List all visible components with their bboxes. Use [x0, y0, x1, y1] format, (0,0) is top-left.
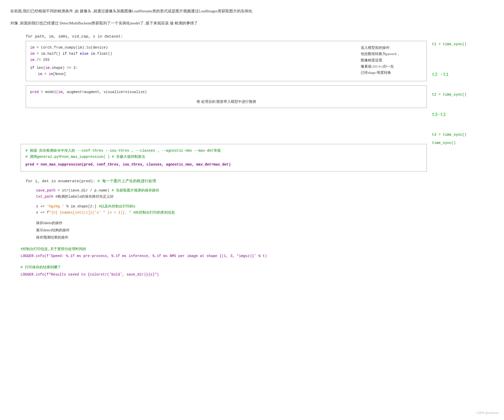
for-i-comment: # 每一个图片上产生的框进行处理	[98, 179, 156, 184]
for-i-container: for i, det in enumerate(pred): # 每一个图片上产…	[10, 179, 494, 184]
intro-line1: 在前面,我们已经根据不同的检测条件 ,如 摄像头 ,就通过摄像头加载图像Load…	[10, 8, 494, 15]
intro-paragraph: 在前面,我们已经根据不同的检测条件 ,如 摄像头 ,就通过摄像头加载图像Load…	[10, 8, 494, 27]
for-loop-line: for path, im, im0s, vid_cap, s in datase…	[10, 34, 427, 39]
s-line2: s += f"{n} {names[int(c)]}{'s' * (n > 1)…	[36, 210, 494, 216]
code-line-im2: im = im.half() if half else im.float()	[30, 51, 356, 57]
save-path-block: save_path = str(save_dir / p.name) # 先获取…	[10, 188, 494, 200]
timing-t2: t2 = time_sync()	[432, 93, 494, 97]
s-line1: s += '%gx%g ' % im.shape[2:] #以及向控制台打印的s	[36, 204, 494, 210]
watermark: CSDN @weeksoo	[476, 411, 499, 415]
logger-code: LOGGER.info(f'Speed: %.1f ms pre-process…	[21, 253, 494, 259]
s-block: s += '%gx%g ' % im.shape[2:] #以及向控制台打印的s…	[10, 204, 494, 216]
right-comment-4: 已经shape 维度转换	[361, 70, 422, 76]
box2-comment: 将 处理后的 图形带入模型中进行预测	[30, 99, 422, 104]
code-box-1: im = torch.from_numpy(im).to(device) im …	[26, 41, 427, 81]
code-box-2: pred = model(im, augment=augment, visual…	[26, 85, 427, 108]
op-line1: 保存labels的操作	[36, 220, 494, 227]
pred-model-line: pred = model(im, augment=augment, visual…	[30, 89, 422, 95]
timing-t1: t1 = time_sync()	[432, 42, 494, 46]
logger-comment: #控制台打印信息,关于更部分处理时间的	[21, 246, 494, 252]
print-section: # 打印保存的结果到哪了 LOGGER.info(f"Results saved…	[10, 264, 494, 278]
nms-comment1: # 根据 你在检测命令中传入的 --conf-thres --iou-thres…	[25, 148, 422, 154]
code-line-im3: im /= 255	[30, 57, 356, 63]
op-line3: 保存预测结果的操作	[36, 234, 494, 241]
timing-t3: t3 = time_sync()	[432, 133, 494, 137]
right-comment-1: 包括数组转换为pytorch，	[361, 51, 422, 57]
logger-section: #控制台打印信息,关于更部分处理时间的 LOGGER.info(f'Speed:…	[10, 246, 494, 260]
code-line-im1: im = torch.from_numpy(im).to(device)	[30, 45, 356, 51]
timing-time-sync: time_sync()	[432, 141, 456, 145]
op-line2: 展示detect结构的操作	[36, 227, 494, 234]
code-line-im4: im = im[None]	[30, 71, 356, 77]
intro-line2: 对像 ,前面的我们也已经通过 DetectMultiBackend类获取到了一个…	[10, 20, 494, 27]
txt-path-line: txt_path #检测的labels的保存路径先定义好	[36, 194, 494, 200]
code-line-if: if len(im.shape) == 3:	[30, 65, 356, 71]
timing-t3-t2: t3-t2	[432, 112, 494, 117]
print-comment: # 打印保存的结果到哪了	[21, 264, 494, 271]
nms-box: # 根据 你在检测命令中传入的 --conf-thres --iou-thres…	[21, 144, 427, 171]
operations-block: 保存labels的操作 展示detect结构的操作 保存预测结果的操作	[10, 220, 494, 241]
nms-code-line: pred = non_max_suppression(pred, conf_th…	[25, 162, 422, 168]
right-comment-2: 图像精度设置	[361, 57, 422, 63]
timing-labels: t1 = time_sync() t2 -t1 t2 = time_sync()…	[427, 34, 494, 137]
save-path-line: save_path = str(save_dir / p.name) # 先获取…	[36, 188, 494, 194]
nms-comment2: # 调用general.py中non_max_suppression( ) # …	[25, 154, 422, 160]
box1-right-comments: 送入模型前的操作: 包括数组转换为pytorch， 图像精度设置 像素值/255…	[356, 45, 422, 77]
right-comment-3: 像素值/255 0-1归一化	[361, 63, 422, 70]
print-code: LOGGER.info(f"Results saved to {colorstr…	[21, 272, 494, 278]
for-i-line: for i, det in enumerate(pred):	[26, 179, 98, 184]
right-comment-title: 送入模型前的操作:	[361, 45, 422, 51]
timing-t2-t1: t2 -t1	[432, 72, 494, 77]
